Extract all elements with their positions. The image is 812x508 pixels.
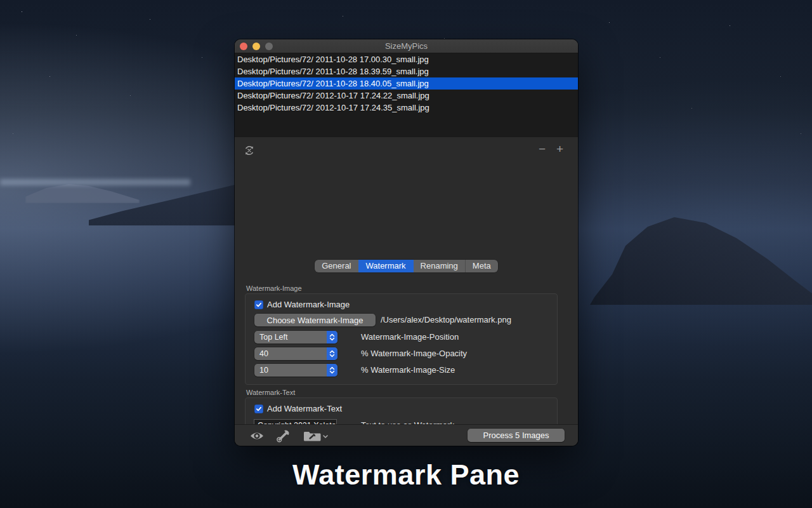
watermark-image-position-label: Watermark-Image-Position xyxy=(361,331,459,344)
minus-icon: − xyxy=(539,142,546,156)
checkbox-label: Add Watermark-Text xyxy=(267,404,342,413)
remove-file-button[interactable]: − xyxy=(539,144,546,155)
popup-chevrons-icon xyxy=(327,347,337,360)
settings-pane: − + General Watermark Renaming Meta Wate… xyxy=(235,137,578,424)
file-row[interactable]: Desktop/Pictures/72/ 2012-10-17 17.24.22… xyxy=(235,90,578,102)
watermark-image-opacity-label: % Watermark-Image-Opacity xyxy=(361,347,467,360)
output-folder-icon xyxy=(303,431,329,442)
add-file-button[interactable]: + xyxy=(556,144,563,155)
refresh-x-icon xyxy=(243,144,256,157)
watermark-text-group-label: Watermark-Text xyxy=(246,389,295,396)
add-watermark-image-checkbox[interactable]: Add Watermark-Image xyxy=(254,300,350,309)
right-cliff xyxy=(590,210,812,305)
preview-eye-icon xyxy=(250,431,264,441)
tab-renaming[interactable]: Renaming xyxy=(413,260,465,272)
file-path: Desktop/Pictures/72/ 2011-10-28 18.39.59… xyxy=(237,67,429,76)
watermark-image-position-popup[interactable]: Top Left xyxy=(254,331,337,344)
clear-list-button[interactable] xyxy=(243,144,256,157)
file-row[interactable]: Desktop/Pictures/72/ 2012-10-17 17.24.35… xyxy=(235,102,578,114)
tools-button[interactable] xyxy=(275,429,290,446)
watermark-image-size-label: % Watermark-Image-Size xyxy=(361,364,455,377)
file-path: Desktop/Pictures/72/ 2011-10-28 17.00.30… xyxy=(237,55,429,64)
popup-value: Top Left xyxy=(254,333,327,342)
bottom-toolbar: Process 5 Images xyxy=(235,424,578,446)
popup-chevrons-icon xyxy=(327,364,337,377)
choose-watermark-image-button[interactable]: Choose Watermark-Image xyxy=(254,314,376,326)
plus-icon: + xyxy=(556,142,563,156)
checkbox-checked-icon xyxy=(254,404,263,413)
file-list[interactable]: Desktop/Pictures/72/ 2011-10-28 17.00.30… xyxy=(235,53,578,137)
app-window: SizeMyPics Desktop/Pictures/72/ 2011-10-… xyxy=(235,39,578,446)
file-path: Desktop/Pictures/72/ 2012-10-17 17.24.22… xyxy=(237,91,429,100)
titlebar[interactable]: SizeMyPics xyxy=(235,39,578,53)
watermark-image-size-popup[interactable]: 10 xyxy=(254,364,337,377)
window-title: SizeMyPics xyxy=(235,39,578,53)
tab-watermark[interactable]: Watermark xyxy=(358,260,413,272)
popup-chevrons-icon xyxy=(327,331,337,344)
file-path: Desktop/Pictures/72/ 2012-10-17 17.24.35… xyxy=(237,103,429,112)
output-folder-button[interactable] xyxy=(303,431,329,444)
tab-general[interactable]: General xyxy=(315,260,358,272)
segmented-control: General Watermark Renaming Meta xyxy=(315,260,498,272)
watermark-image-path: /Users/alex/Desktop/watermark.png xyxy=(381,314,511,326)
checkbox-checked-icon xyxy=(254,300,263,309)
horizon-haze xyxy=(0,179,190,185)
process-images-button[interactable]: Process 5 Images xyxy=(468,429,565,442)
tab-bar: General Watermark Renaming Meta xyxy=(235,260,578,272)
preview-button[interactable] xyxy=(250,431,264,443)
stars xyxy=(0,0,1,1)
watermark-image-group: Add Watermark-Image Choose Watermark-Ima… xyxy=(245,293,558,385)
file-row[interactable]: Desktop/Pictures/72/ 2011-10-28 17.00.30… xyxy=(235,53,578,65)
watermark-image-opacity-popup[interactable]: 40 xyxy=(254,347,337,360)
file-path: Desktop/Pictures/72/ 2011-10-28 18.40.05… xyxy=(237,79,429,88)
checkbox-label: Add Watermark-Image xyxy=(267,300,350,309)
file-row-selected[interactable]: Desktop/Pictures/72/ 2011-10-28 18.40.05… xyxy=(235,77,578,90)
tab-meta[interactable]: Meta xyxy=(465,260,498,272)
add-watermark-text-checkbox[interactable]: Add Watermark-Text xyxy=(254,404,342,413)
popup-value: 10 xyxy=(254,366,327,375)
watermark-image-group-label: Watermark-Image xyxy=(246,284,302,292)
caption-text: Watermark Pane xyxy=(0,458,812,491)
file-row[interactable]: Desktop/Pictures/72/ 2011-10-28 18.39.59… xyxy=(235,65,578,77)
desktop: SizeMyPics Desktop/Pictures/72/ 2011-10-… xyxy=(0,0,812,508)
popup-value: 40 xyxy=(254,349,327,358)
tools-wrench-icon xyxy=(275,429,290,443)
